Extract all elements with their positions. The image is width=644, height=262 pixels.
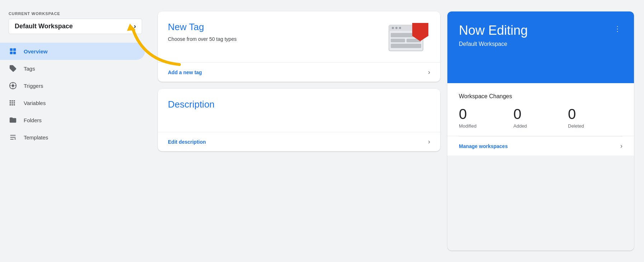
overview-icon <box>9 47 17 56</box>
svg-rect-1 <box>13 48 16 51</box>
now-editing-title: Now Editing <box>459 23 528 38</box>
workspace-selector-name: Default Workspace <box>15 23 73 30</box>
sidebar: CURRENT WORKSPACE Default Workspace › Ov… <box>0 0 151 262</box>
edit-description-action[interactable]: Edit description › <box>158 132 440 151</box>
workspace-selector-chevron: › <box>134 23 136 30</box>
modified-count: 0 <box>459 107 467 121</box>
description-card-top: Description <box>158 89 440 132</box>
modified-stat: 0 Modified <box>459 107 513 129</box>
svg-rect-15 <box>14 102 15 104</box>
svg-rect-10 <box>10 100 11 102</box>
svg-point-5 <box>11 84 14 87</box>
deleted-count: 0 <box>568 107 576 121</box>
workspace-selector[interactable]: Default Workspace › <box>9 19 142 34</box>
add-new-tag-arrow: › <box>428 68 430 76</box>
new-tag-title: New Tag <box>168 22 381 33</box>
edit-description-label: Edit description <box>168 139 206 145</box>
now-editing-text-group: Now Editing Default Workspace <box>459 23 528 47</box>
sidebar-item-variables[interactable]: Variables <box>0 94 145 111</box>
sidebar-item-tags[interactable]: Tags <box>0 60 145 77</box>
sidebar-item-templates-label: Templates <box>24 134 48 140</box>
workspace-changes-title: Workspace Changes <box>459 93 622 100</box>
added-count: 0 <box>513 107 521 121</box>
modified-label: Modified <box>459 123 476 129</box>
new-tag-card: New Tag Choose from over 50 tag types <box>158 11 440 82</box>
now-editing-section: Now Editing Default Workspace ⋮ <box>447 11 634 83</box>
svg-rect-14 <box>11 102 13 104</box>
more-options-icon[interactable]: ⋮ <box>612 23 622 34</box>
svg-point-24 <box>392 27 394 29</box>
svg-rect-11 <box>11 100 13 102</box>
svg-point-26 <box>399 27 401 29</box>
svg-rect-0 <box>10 48 13 51</box>
now-editing-workspace-name: Default Workspace <box>459 41 528 47</box>
now-editing-header: Now Editing Default Workspace ⋮ <box>459 23 622 47</box>
svg-rect-28 <box>391 39 405 42</box>
add-new-tag-label: Add a new tag <box>168 70 202 75</box>
sidebar-item-triggers-label: Triggers <box>24 83 43 89</box>
manage-workspaces-label: Manage workspaces <box>459 143 508 149</box>
description-card: Description Edit description › <box>158 89 440 151</box>
triggers-icon <box>9 81 17 90</box>
svg-marker-19 <box>14 138 16 140</box>
added-stat: 0 Added <box>513 107 568 129</box>
add-new-tag-action[interactable]: Add a new tag › <box>158 62 440 82</box>
tag-icon-illustration <box>387 22 430 54</box>
workspace-changes-section: Workspace Changes 0 Modified 0 Added 0 D… <box>447 83 634 136</box>
svg-rect-17 <box>11 104 13 106</box>
new-tag-card-info: New Tag Choose from over 50 tag types <box>168 22 381 43</box>
sidebar-item-tags-label: Tags <box>24 66 35 72</box>
templates-icon <box>9 133 17 142</box>
svg-rect-30 <box>391 44 421 48</box>
edit-description-arrow: › <box>428 138 430 146</box>
sidebar-item-folders-label: Folders <box>24 117 42 123</box>
svg-rect-16 <box>10 104 11 106</box>
deleted-label: Deleted <box>568 123 584 129</box>
workspace-changes-footer: Manage workspaces › <box>447 136 634 156</box>
workspace-section-label: CURRENT WORKSPACE <box>0 11 151 19</box>
sidebar-item-overview-label: Overview <box>24 48 48 54</box>
main-content: New Tag Choose from over 50 tag types <box>151 0 644 262</box>
svg-point-25 <box>395 27 398 29</box>
sidebar-item-overview[interactable]: Overview <box>0 43 145 60</box>
manage-workspaces-action[interactable]: Manage workspaces › <box>459 136 622 156</box>
svg-rect-3 <box>13 52 16 54</box>
svg-rect-2 <box>10 52 13 54</box>
added-label: Added <box>513 123 527 129</box>
cards-column: New Tag Choose from over 50 tag types <box>158 11 440 251</box>
sidebar-item-templates[interactable]: Templates <box>0 129 145 146</box>
sidebar-item-variables-label: Variables <box>24 100 46 106</box>
tags-icon <box>9 64 17 73</box>
sidebar-item-triggers[interactable]: Triggers <box>0 77 145 94</box>
new-tag-description: Choose from over 50 tag types <box>168 35 381 43</box>
sidebar-nav: Overview Tags Tri <box>0 43 151 146</box>
svg-rect-12 <box>14 100 15 102</box>
deleted-stat: 0 Deleted <box>568 107 622 129</box>
new-tag-card-top: New Tag Choose from over 50 tag types <box>158 11 440 62</box>
right-panel: Now Editing Default Workspace ⋮ Workspac… <box>447 11 634 251</box>
changes-stats: 0 Modified 0 Added 0 Deleted <box>459 107 622 129</box>
svg-rect-18 <box>14 104 15 106</box>
folders-icon <box>9 116 17 124</box>
sidebar-item-folders[interactable]: Folders <box>0 111 145 129</box>
manage-workspaces-arrow: › <box>620 142 622 150</box>
svg-rect-13 <box>10 102 11 104</box>
variables-icon <box>9 99 17 107</box>
description-title: Description <box>168 99 430 110</box>
